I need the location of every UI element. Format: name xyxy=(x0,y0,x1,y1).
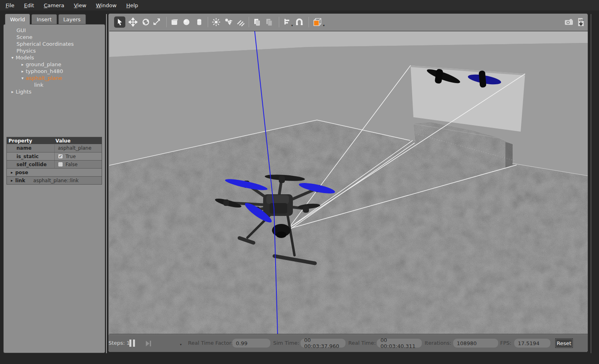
menu-window[interactable]: Window xyxy=(96,2,117,8)
tree-item-spherical-coordinates[interactable]: Spherical Coordinates xyxy=(4,41,104,47)
property-table: Property Value name asphalt_plane is_sta… xyxy=(6,137,102,185)
copy-button[interactable] xyxy=(251,16,263,28)
property-row-link[interactable]: ▸link asphalt_plane::link xyxy=(7,176,102,184)
log-record-button[interactable]: LOG xyxy=(575,16,587,28)
menu-view[interactable]: View xyxy=(74,2,86,8)
cursor-arrow-icon xyxy=(116,18,124,26)
sphere-shape-icon xyxy=(182,18,191,26)
dropdown-caret-icon: ▾ xyxy=(291,24,293,27)
property-row-pose[interactable]: ▸pose xyxy=(7,168,102,176)
view-angle-button[interactable]: ▾ xyxy=(312,16,323,28)
tool-directional-light-button[interactable] xyxy=(235,16,246,28)
tool-cylinder-button[interactable] xyxy=(194,16,205,28)
tool-point-light-button[interactable] xyxy=(211,16,222,28)
fps-field[interactable]: 17.5194 xyxy=(514,339,550,348)
tool-rotate-button[interactable] xyxy=(140,16,151,28)
tree-item-physics[interactable]: Physics xyxy=(4,47,104,54)
menu-bar: File Edit Camera View Window Help xyxy=(0,0,599,10)
toolbar-separator xyxy=(279,17,279,27)
move-arrows-icon xyxy=(129,18,137,26)
point-light-icon xyxy=(212,18,221,26)
iterations-field[interactable]: 108980 xyxy=(453,339,498,348)
expander-icon-collapsed[interactable]: ▸ xyxy=(11,170,13,175)
tab-world[interactable]: World xyxy=(5,14,30,24)
log-file-icon: LOG xyxy=(576,17,586,27)
property-table-header: Property Value xyxy=(7,137,102,144)
expander-icon-collapsed[interactable]: ▸ xyxy=(19,69,26,73)
tool-scale-button[interactable] xyxy=(151,16,163,28)
tree-item-asphalt-plane[interactable]: ▾ asphalt_plane xyxy=(4,75,104,81)
toolbar-separator xyxy=(166,17,167,27)
rotate-arrows-icon xyxy=(141,18,150,26)
scale-arrows-icon xyxy=(153,18,162,26)
tree-item-gui[interactable]: GUI xyxy=(4,27,104,34)
toolbar-separator xyxy=(208,17,208,27)
tree-item-lights[interactable]: ▸ Lights xyxy=(4,88,104,95)
tree-item-models[interactable]: ▾ Models xyxy=(4,54,104,61)
toolbar-separator xyxy=(249,17,249,27)
tab-insert[interactable]: Insert xyxy=(31,14,57,24)
view-cube-icon xyxy=(313,17,322,27)
reset-button[interactable]: Reset xyxy=(555,338,573,348)
expander-icon-collapsed[interactable]: ▸ xyxy=(11,178,13,183)
spot-light-icon xyxy=(224,18,233,26)
real-time-field[interactable]: 00 00:03:40.311 xyxy=(377,339,422,348)
menu-file[interactable]: File xyxy=(6,2,14,8)
real-time-factor-field[interactable]: 0.99 xyxy=(232,339,270,348)
tool-box-button[interactable] xyxy=(169,16,180,28)
screenshot-button[interactable] xyxy=(563,16,574,28)
paste-button[interactable] xyxy=(264,16,275,28)
tool-translate-button[interactable] xyxy=(127,16,139,28)
steps-label[interactable]: Steps: 1 xyxy=(108,340,130,346)
camera-icon xyxy=(564,17,574,27)
tab-layers[interactable]: Layers xyxy=(58,14,86,24)
svg-text:LOG: LOG xyxy=(579,19,584,21)
expander-icon-collapsed[interactable]: ▸ xyxy=(9,89,16,94)
dropdown-caret-icon: ▾ xyxy=(323,24,325,27)
magnet-icon xyxy=(295,18,304,26)
time-panel: Steps: 1 ▾ Real Time Factor: 0.99 Sim Ti… xyxy=(108,335,588,352)
tree-item-ground-plane[interactable]: ▸ ground_plane xyxy=(4,61,104,68)
scene-tree: GUI Scene Spherical Coordinates Physics … xyxy=(4,27,104,95)
real-time-label: Real Time: xyxy=(348,340,376,346)
property-row-name[interactable]: name asphalt_plane xyxy=(7,144,102,152)
cylinder-shape-icon xyxy=(195,18,204,26)
menu-help[interactable]: Help xyxy=(126,2,138,8)
checkbox-checked-icon[interactable]: ✓ xyxy=(58,154,63,159)
property-row-is-static[interactable]: is_static ✓True xyxy=(7,152,102,160)
asphalt-berm-face xyxy=(505,142,513,168)
pause-button[interactable] xyxy=(129,340,136,347)
render-toolbar: ▾ ▾ xyxy=(108,14,588,31)
real-time-factor-label: Real Time Factor: xyxy=(188,340,233,346)
box-shape-icon xyxy=(170,18,179,26)
tree-item-scene[interactable]: Scene xyxy=(4,34,104,41)
menu-edit[interactable]: Edit xyxy=(24,2,34,8)
tool-sphere-button[interactable] xyxy=(181,16,192,28)
tree-item-typhoon-h480[interactable]: ▸ typhoon_h480 xyxy=(4,68,104,75)
tree-item-link[interactable]: link xyxy=(4,81,104,88)
expander-icon-expanded[interactable]: ▾ xyxy=(9,55,16,60)
panel-splitter[interactable] xyxy=(106,14,107,353)
iterations-label: Iterations: xyxy=(425,340,451,346)
sim-time-label: Sim Time: xyxy=(273,340,299,346)
expander-icon-expanded[interactable]: ▾ xyxy=(19,76,26,80)
3d-viewport[interactable] xyxy=(109,31,588,334)
align-button[interactable]: ▾ xyxy=(281,16,292,28)
paste-icon xyxy=(265,18,274,26)
sim-time-field[interactable]: 00 00:03:37.960 xyxy=(301,339,345,348)
tool-spot-light-button[interactable] xyxy=(223,16,234,28)
snap-button[interactable] xyxy=(294,16,305,28)
copy-icon xyxy=(253,18,262,26)
menu-camera[interactable]: Camera xyxy=(44,2,64,8)
window-right-edge xyxy=(591,14,591,353)
expander-icon-collapsed[interactable]: ▸ xyxy=(19,62,26,67)
checkbox-unchecked-icon[interactable] xyxy=(58,162,63,167)
property-row-self-collide[interactable]: self_collide False xyxy=(7,160,102,168)
tool-select-button[interactable] xyxy=(114,16,125,28)
steps-dropdown-caret-icon[interactable]: ▾ xyxy=(180,343,182,346)
toolbar-separator xyxy=(309,17,309,27)
step-button[interactable] xyxy=(145,340,152,347)
sidebar-tabs: World Insert Layers xyxy=(5,14,86,24)
align-icon xyxy=(282,18,291,26)
render-panel: ▾ ▾ xyxy=(108,13,588,352)
